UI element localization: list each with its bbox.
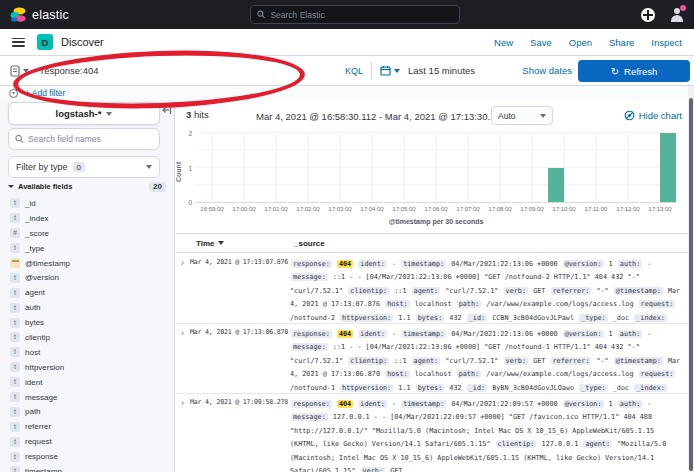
field-name: response — [25, 452, 58, 461]
nav-action-open[interactable]: Open — [569, 37, 592, 48]
expand-document-icon[interactable]: › — [176, 258, 190, 323]
field-name: clientip — [25, 333, 50, 342]
field-search-input[interactable] — [28, 134, 153, 144]
field-search[interactable] — [8, 128, 160, 150]
field-item-@version[interactable]: t@version — [0, 270, 174, 285]
scrollbar-thumb[interactable] — [689, 98, 693, 471]
nav-action-share[interactable]: Share — [609, 37, 634, 48]
field-item-_type[interactable]: t_type — [0, 241, 174, 256]
field-badge: _id: — [467, 384, 487, 392]
field-badge: path: — [457, 370, 481, 378]
brand-name: elastic — [32, 8, 69, 22]
field-name: auth — [25, 303, 41, 312]
field-item-bytes[interactable]: tbytes — [0, 315, 174, 330]
highlight-match: 404 — [337, 330, 353, 338]
field-list: t_idt_index#_scoret_type@timestampt@vers… — [0, 196, 174, 472]
table-row: ›Mar 4, 2021 @ 17:09:58.278response: 404… — [176, 394, 688, 472]
field-badge: ident: — [358, 260, 387, 268]
field-badge: _type: — [579, 314, 608, 322]
field-badge: auth: — [618, 400, 642, 408]
add-filter-button[interactable]: + Add filter — [25, 88, 65, 98]
query-language-button[interactable]: KQL — [345, 66, 363, 76]
global-search[interactable] — [250, 5, 460, 24]
collapse-sidebar-icon[interactable] — [162, 105, 172, 115]
text-field-icon: t — [10, 243, 20, 253]
expand-document-icon[interactable]: › — [176, 328, 190, 393]
show-dates-button[interactable]: Show dates — [522, 65, 572, 76]
discover-app-badge[interactable]: D — [37, 34, 53, 50]
gridline — [532, 133, 533, 202]
x-axis-tick-label: 17:07:00 — [456, 206, 479, 212]
field-item-_score[interactable]: #_score — [0, 226, 174, 241]
field-item-agent[interactable]: tagent — [0, 285, 174, 300]
gridline — [244, 133, 245, 202]
gridline — [468, 133, 469, 202]
time-column-header[interactable]: Time — [196, 239, 294, 248]
filter-bar: + Add filter — [0, 86, 694, 100]
y-axis-tick-label: 2 — [188, 130, 192, 137]
y-axis-tick-label: 1 — [188, 164, 192, 171]
field-item-request[interactable]: trequest — [0, 434, 174, 449]
x-axis-tick-label: 17:01:00 — [264, 206, 287, 212]
available-fields-header[interactable]: Available fields 20 — [8, 180, 166, 193]
highlight-match: 404 — [337, 400, 353, 408]
field-badge: referrer: — [551, 287, 592, 295]
field-item-ident[interactable]: tident — [0, 375, 174, 390]
scrollbar[interactable] — [688, 86, 694, 472]
field-item-response[interactable]: tresponse — [0, 449, 174, 464]
field-badge: message: — [291, 413, 328, 421]
hits-count: 3 hits — [186, 109, 209, 120]
index-pattern-select[interactable]: logstash-* — [8, 102, 160, 125]
field-badge: referrer: — [551, 357, 592, 365]
field-item-host[interactable]: thost — [0, 345, 174, 360]
histogram-bar[interactable] — [660, 133, 676, 202]
field-value: 04/Mar/2021:22:13:06 +0000 — [451, 330, 557, 338]
interval-select[interactable]: Auto — [491, 106, 553, 125]
gridline — [628, 133, 629, 202]
text-field-icon: t — [10, 362, 20, 372]
gridline — [564, 133, 565, 202]
x-axis-tick-label: 17:10:00 — [552, 206, 575, 212]
filter-type-count-badge: 0 — [73, 162, 85, 172]
discover-main: 3 hits Mar 4, 2021 @ 16:58:30.112 - Mar … — [176, 100, 688, 472]
user-avatar[interactable] — [669, 7, 684, 22]
table-row: ›Mar 4, 2021 @ 17:13:07.876response: 404… — [176, 254, 688, 324]
nav-action-new[interactable]: New — [494, 37, 513, 48]
hide-chart-button[interactable]: Hide chart — [624, 110, 682, 121]
expand-document-icon[interactable]: › — [176, 398, 190, 472]
chart-time-range: Mar 4, 2021 @ 16:58:30.112 - Mar 4, 2021… — [256, 111, 488, 122]
field-item-timestamp[interactable]: ttimestamp — [0, 464, 174, 472]
filter-options-icon[interactable] — [9, 89, 18, 98]
field-item-httpversion[interactable]: thttpversion — [0, 360, 174, 375]
time-range-value[interactable]: Last 15 minutes — [408, 65, 475, 76]
nav-action-save[interactable]: Save — [530, 37, 552, 48]
field-item-clientip[interactable]: tclientip — [0, 330, 174, 345]
menu-icon[interactable] — [12, 38, 25, 47]
field-item-auth[interactable]: tauth — [0, 300, 174, 315]
field-badge: response: — [291, 260, 332, 268]
filter-by-type[interactable]: Filter by type 0 — [8, 156, 160, 178]
saved-query-menu[interactable] — [10, 65, 29, 77]
field-value: ::1 — [394, 357, 406, 365]
histogram-bar[interactable] — [548, 168, 564, 203]
nav-action-inspect[interactable]: Inspect — [651, 37, 682, 48]
field-badge: httpversion: — [340, 384, 393, 392]
field-item-message[interactable]: tmessage — [0, 390, 174, 405]
refresh-button[interactable]: ↻ Refresh — [578, 60, 690, 82]
field-item-_id[interactable]: t_id — [0, 196, 174, 211]
text-field-icon: t — [10, 318, 20, 328]
field-item-path[interactable]: tpath — [0, 404, 174, 419]
field-item-referrer[interactable]: treferrer — [0, 419, 174, 434]
query-input[interactable] — [41, 65, 341, 76]
text-field-icon: t — [10, 422, 20, 432]
x-axis-tick-label: 17:05:00 — [392, 206, 415, 212]
document-rows: ›Mar 4, 2021 @ 17:13:07.876response: 404… — [176, 254, 688, 472]
elastic-logo[interactable]: elastic — [10, 7, 69, 23]
field-name: _id — [25, 199, 36, 208]
field-item-@timestamp[interactable]: @timestamp — [0, 256, 174, 271]
field-item-_index[interactable]: t_index — [0, 211, 174, 226]
date-picker-button[interactable] — [380, 65, 400, 76]
global-search-input[interactable] — [270, 10, 453, 20]
gear-icon[interactable] — [641, 8, 655, 22]
field-name: _score — [25, 229, 49, 238]
